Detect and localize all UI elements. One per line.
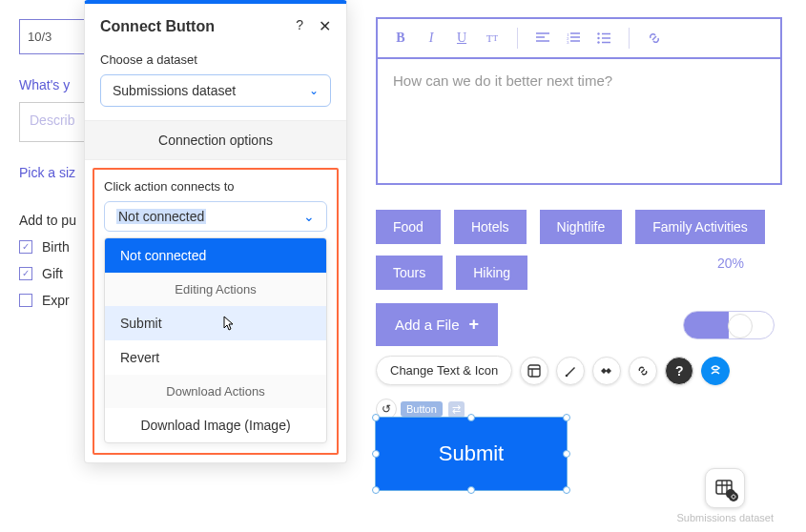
rte-toolbar: B I U TT 123 <box>378 19 780 59</box>
connect-button-panel: Connect Button ? ✕ Choose a dataset Subm… <box>84 0 347 463</box>
change-text-icon-button[interactable]: Change Text & Icon <box>376 356 512 385</box>
choose-dataset-label: Choose a dataset <box>100 52 331 67</box>
resize-handle[interactable] <box>372 486 380 494</box>
tag-tours[interactable]: Tours <box>376 256 443 290</box>
click-action-value: Not connected <box>116 209 206 224</box>
add-file-button[interactable]: Add a File + <box>376 303 498 346</box>
tag-hotels[interactable]: Hotels <box>454 210 527 244</box>
submit-button-element[interactable]: Submit <box>376 418 567 490</box>
checkbox-expr[interactable] <box>19 294 32 307</box>
tag-hiking[interactable]: Hiking <box>456 256 527 290</box>
percent-label: 20% <box>717 256 782 290</box>
align-icon[interactable] <box>529 25 556 51</box>
help-icon[interactable]: ? <box>665 357 693 385</box>
dataset-widget-label: Submissions dataset <box>677 512 775 524</box>
checkbox-label: Expr <box>42 293 70 308</box>
tag-nightlife[interactable]: Nightlife <box>540 210 623 244</box>
tag-family[interactable]: Family Activities <box>635 210 765 244</box>
dropdown-group-download: Download Actions <box>105 375 326 408</box>
bold-icon[interactable]: B <box>387 25 414 51</box>
animation-icon[interactable] <box>592 357 621 385</box>
svg-rect-6 <box>528 365 540 377</box>
rte-textarea[interactable]: How can we do it better next time? <box>378 59 780 183</box>
dropdown-option-download-image[interactable]: Download Image (Image) <box>105 408 326 442</box>
dataset-widget-icon[interactable] <box>705 468 745 508</box>
dropdown-option-not-connected[interactable]: Not connected <box>105 238 326 273</box>
ordered-list-icon[interactable]: 123 <box>560 25 587 51</box>
link-icon[interactable] <box>641 25 668 51</box>
dataset-select[interactable]: Submissions dataset ⌄ <box>100 74 331 107</box>
connection-options-header: Connection options <box>85 120 346 160</box>
click-action-label: Click action connects to <box>104 179 327 194</box>
resize-handle[interactable] <box>563 486 570 494</box>
add-file-label: Add a File <box>395 317 460 333</box>
italic-icon[interactable]: I <box>418 25 444 51</box>
design-icon[interactable] <box>556 357 585 385</box>
svg-text:3: 3 <box>567 40 569 44</box>
toggle-switch[interactable] <box>683 311 775 339</box>
click-action-highlight: Click action connects to Not connected ⌄… <box>93 168 339 455</box>
close-icon[interactable]: ✕ <box>319 17 331 35</box>
svg-point-4 <box>597 37 599 39</box>
resize-handle[interactable] <box>372 450 380 458</box>
resize-handle[interactable] <box>563 414 570 421</box>
dropdown-group-editing: Editing Actions <box>105 273 326 306</box>
checkbox-label: Birth <box>42 239 70 255</box>
svg-point-5 <box>597 41 599 43</box>
data-connect-icon[interactable] <box>701 357 730 385</box>
link-icon[interactable] <box>629 357 657 385</box>
underline-icon[interactable]: U <box>448 25 475 51</box>
dropdown-option-revert[interactable]: Revert <box>105 340 326 375</box>
svg-point-3 <box>597 32 599 34</box>
layout-icon[interactable] <box>520 357 548 385</box>
bullet-list-icon[interactable] <box>590 25 617 51</box>
chevron-down-icon: ⌄ <box>309 84 319 97</box>
checkbox-birth[interactable]: ✓ <box>19 240 32 254</box>
dropdown-option-label: Submit <box>120 316 162 331</box>
click-action-dropdown: Not connected Editing Actions Submit Rev… <box>104 237 327 443</box>
selection-box <box>375 417 568 491</box>
checkbox-gift[interactable]: ✓ <box>19 267 32 280</box>
resize-handle[interactable] <box>372 414 380 421</box>
panel-title: Connect Button <box>100 18 215 35</box>
dataset-select-value: Submissions dataset <box>113 83 236 98</box>
chevron-down-icon: ⌄ <box>303 209 315 224</box>
dropdown-option-submit[interactable]: Submit <box>105 306 326 340</box>
resize-handle[interactable] <box>467 486 475 494</box>
swap-icon[interactable]: ⇄ <box>448 401 465 418</box>
cursor-icon <box>223 316 237 331</box>
svg-point-7 <box>566 374 568 377</box>
rich-text-editor: B I U TT 123 How can we do it better nex… <box>376 17 782 185</box>
click-action-select[interactable]: Not connected ⌄ <box>104 201 327 232</box>
plus-icon: + <box>469 315 480 335</box>
resize-handle[interactable] <box>563 450 570 458</box>
text-size-icon[interactable]: TT <box>479 25 506 51</box>
resize-handle[interactable] <box>467 414 475 421</box>
help-icon[interactable]: ? <box>296 17 303 35</box>
checkbox-label: Gift <box>42 266 63 281</box>
tag-food[interactable]: Food <box>376 210 441 244</box>
element-type-badge: Button <box>401 401 443 417</box>
svg-point-10 <box>729 492 738 501</box>
